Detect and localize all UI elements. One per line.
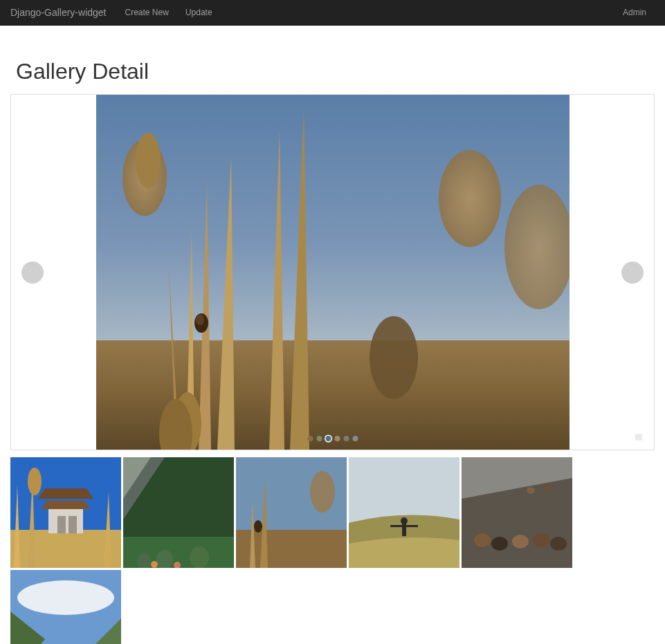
indicator-dot-1[interactable] <box>316 436 322 441</box>
svg-point-6 <box>136 133 161 188</box>
svg-point-5 <box>370 316 418 399</box>
carousel-next-button[interactable] <box>621 261 644 284</box>
svg-point-40 <box>512 535 529 549</box>
svg-point-44 <box>544 485 552 492</box>
page-title: Gallery Detail <box>16 59 655 84</box>
carousel: ▮▮ <box>10 94 655 450</box>
thumb-horses-fog[interactable] <box>462 457 572 568</box>
svg-marker-14 <box>42 501 90 509</box>
thumb-person-field[interactable] <box>349 457 459 568</box>
indicator-dot-4[interactable] <box>343 436 349 441</box>
svg-rect-0 <box>96 95 570 344</box>
indicator-dot-0[interactable] <box>307 436 313 441</box>
thumb-mountain-forest[interactable] <box>123 457 234 568</box>
carousel-indicators <box>307 436 358 441</box>
svg-rect-17 <box>69 516 77 533</box>
nav-admin[interactable]: Admin <box>614 1 655 24</box>
thumb-wheat-bug[interactable] <box>236 457 347 568</box>
carousel-prev-button[interactable] <box>21 261 44 284</box>
svg-rect-35 <box>390 525 418 527</box>
indicator-dot-2[interactable] <box>325 436 331 441</box>
svg-point-10 <box>196 314 204 325</box>
indicator-dot-3[interactable] <box>334 436 340 441</box>
svg-point-39 <box>491 537 508 551</box>
svg-point-42 <box>550 537 567 551</box>
nav-update[interactable]: Update <box>177 1 221 24</box>
svg-point-38 <box>474 533 491 547</box>
nav-right: Admin <box>614 1 655 24</box>
svg-point-30 <box>254 520 262 533</box>
brand-link[interactable]: Django-Gallery-widget <box>10 7 107 18</box>
svg-point-18 <box>28 468 42 495</box>
thumb-temple-grass[interactable] <box>10 457 121 568</box>
svg-rect-32 <box>349 457 459 523</box>
svg-point-33 <box>401 517 408 524</box>
pause-icon[interactable]: ▮▮ <box>635 432 641 441</box>
indicator-dot-5[interactable] <box>352 436 358 441</box>
thumb-valley-sky[interactable] <box>10 570 121 644</box>
svg-point-3 <box>439 150 501 247</box>
svg-point-25 <box>190 546 209 568</box>
nav-create-new[interactable]: Create New <box>117 1 177 24</box>
thumbnail-grid <box>10 457 655 644</box>
carousel-slide-wheat <box>96 95 570 450</box>
nav-left: Create New Update <box>117 1 614 24</box>
svg-point-43 <box>527 487 535 494</box>
navbar: Django-Gallery-widget Create New Update … <box>0 0 665 26</box>
svg-point-41 <box>533 533 549 547</box>
svg-marker-13 <box>38 488 93 499</box>
svg-point-31 <box>310 471 335 513</box>
main-container: Gallery Detail <box>0 59 665 644</box>
svg-rect-16 <box>57 516 66 533</box>
svg-point-26 <box>151 561 158 568</box>
svg-point-46 <box>17 580 114 615</box>
